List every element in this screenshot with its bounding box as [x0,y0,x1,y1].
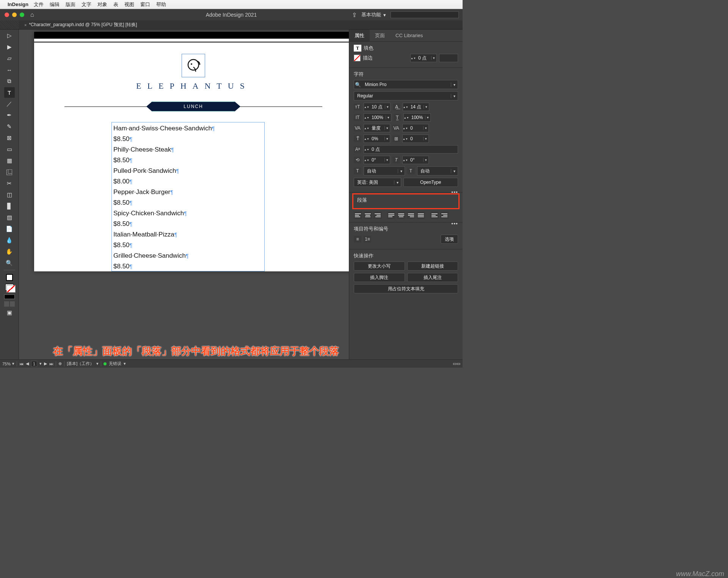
kerning-stepper[interactable]: ▲▼量度▾ [364,124,390,132]
grid2-tool-icon[interactable]: ⿺ [4,167,15,177]
baseline-shift-stepper[interactable]: ▲▼0 点 [364,145,458,154]
layer-indicator[interactable]: [基本]（工作） [67,361,94,367]
scissors-tool-icon[interactable]: ✂ [4,178,15,189]
change-case-button[interactable]: 更改大小写 [354,262,405,271]
panel-grip[interactable] [0,20,19,29]
content-collector-icon[interactable]: ⧉ [4,76,15,86]
font-size-stepper[interactable]: ▲▼10 点▾ [364,103,391,111]
tab-cc-libraries[interactable]: CC Libraries [390,30,428,41]
menu-edit[interactable]: 编辑 [50,1,60,8]
rectangle-tool-icon[interactable]: ▭ [4,144,15,155]
insert-footnote-button[interactable]: 插入脚注 [354,273,405,282]
rectangle-frame-tool-icon[interactable]: ⊠ [4,133,15,143]
align-right-icon[interactable] [373,211,382,219]
stroke-weight-stepper[interactable]: ▲▼0 点▾ [410,54,437,62]
zoom-tool-icon[interactable]: 🔍 [4,258,15,268]
app-name[interactable]: InDesign [8,2,28,7]
opentype-button[interactable]: OpenType [403,178,458,187]
paragraph-more-icon[interactable]: ••• [451,221,458,227]
text-frame[interactable]: Ham·and·Swiss·Cheese·Sandwich¶ $8.50¶ Ph… [111,122,265,271]
eyedropper-tool-icon[interactable]: 💧 [4,235,15,246]
last-page-icon[interactable]: ⏭ [49,362,53,366]
language-dropdown[interactable]: 英语: 美国▾ [354,178,401,187]
note-tool-icon[interactable]: 📄 [4,224,15,234]
menu-file[interactable]: 文件 [34,1,44,8]
align-towards-spine-icon[interactable] [430,211,439,219]
free-transform-tool-icon[interactable]: ◫ [4,190,15,200]
tab-pages[interactable]: 页面 [370,30,390,41]
close-tab-icon[interactable]: × [24,23,27,27]
list-options-button[interactable]: 选项 [441,235,458,244]
menu-help[interactable]: 帮助 [156,1,166,8]
justify-right-icon[interactable] [407,211,415,219]
justify-all-icon[interactable] [417,211,425,219]
align-away-spine-icon[interactable] [440,211,449,219]
font-family-dropdown[interactable]: 🔍Minion Pro▾ [354,80,458,89]
numbered-list-icon[interactable]: 1≡ [364,236,371,243]
window-minimize-button[interactable] [12,13,17,17]
page-tool-icon[interactable]: ▱ [4,53,15,64]
text-fill-swatch[interactable] [5,284,14,291]
gap-tool-icon[interactable]: ↔ [4,64,15,75]
stroke-style-dropdown[interactable] [439,54,458,62]
justify-center-icon[interactable] [397,211,405,219]
window-zoom-button[interactable] [20,13,24,17]
preflight-label[interactable]: 无错误 [109,361,121,367]
menu-type[interactable]: 文字 [82,1,91,8]
skew-stepper[interactable]: ▲▼0°▾ [402,156,429,164]
align-center-icon[interactable] [364,211,372,219]
page-number-field[interactable]: 1 [31,361,37,367]
rotate-stepper[interactable]: ▲▼0°▾ [364,156,390,164]
hscale-stepper[interactable]: ▲▼100%▾ [403,113,431,122]
grid-tool-icon[interactable]: ▦ [4,155,15,166]
font-style-dropdown[interactable]: Regular▾ [354,91,458,100]
fill-placeholder-button[interactable]: 用占位符文本填充 [354,284,458,293]
tab-properties[interactable]: 属性 [349,30,370,41]
baseline-stepper[interactable]: ▲▼0%▾ [364,135,390,143]
fill-stroke-swatch[interactable] [6,274,13,281]
line-tool-icon[interactable]: ／ [4,99,15,109]
document-tab[interactable]: × *Character_paragraph.indd @ 75% [GPU 预… [19,20,142,29]
apply-color-bar[interactable] [4,294,15,299]
home-icon[interactable]: ⌂ [30,11,34,18]
menu-table[interactable]: 表 [113,1,118,8]
preflight-status-icon[interactable] [104,362,107,365]
screen-mode-status-icon[interactable]: ▭▭ [453,361,460,366]
menu-layout[interactable]: 版面 [66,1,75,8]
pen-tool-icon[interactable]: ✒ [4,110,15,121]
workspace-dropdown[interactable]: 基本功能▾ [361,11,386,18]
page-dropdown-icon[interactable]: ▾ [39,361,42,366]
insert-endnote-button[interactable]: 插入尾注 [407,273,458,282]
screen-mode-icons[interactable] [4,301,15,307]
selection-tool-icon[interactable]: ▷ [4,30,15,41]
more-options-icon[interactable]: ••• [451,189,458,195]
leading-stepper[interactable]: ▲▼14 点▾ [403,103,430,111]
prev-page-icon[interactable]: ◀ [26,361,29,366]
vscale-stepper[interactable]: ▲▼100%▾ [364,113,391,122]
auto1-dropdown[interactable]: 自动▾ [364,166,405,175]
justify-left-icon[interactable] [387,211,395,219]
stroke-swatch-icon[interactable] [354,55,361,61]
document-canvas[interactable]: ELEPHANTUS LUNCH Ham·and·Swiss·Cheese·Sa… [19,30,349,359]
auto2-dropdown[interactable]: 自动▾ [417,166,458,175]
hand-tool-icon[interactable]: ✋ [4,246,15,257]
new-hyperlink-button[interactable]: 新建超链接 [407,262,458,271]
zoom-dropdown[interactable]: 75% ▾ [2,361,14,366]
pencil-tool-icon[interactable]: ✎ [4,121,15,132]
baseline-shift-alt-stepper[interactable]: ▲▼0▾ [402,135,429,143]
menu-object[interactable]: 对象 [97,1,107,8]
direct-selection-tool-icon[interactable]: ▶ [4,42,15,52]
screen-mode-button[interactable]: ▣ [4,307,15,318]
gradient-feather-tool-icon[interactable]: ▨ [4,212,15,223]
next-page-icon[interactable]: ▶ [44,361,47,366]
menu-view[interactable]: 视图 [124,1,134,8]
share-icon[interactable]: ⇪ [352,11,357,19]
menu-window[interactable]: 窗口 [140,1,150,8]
window-close-button[interactable] [5,13,9,17]
first-page-icon[interactable]: ⏮ [19,362,24,366]
search-input[interactable] [391,11,459,18]
gradient-swatch-tool-icon[interactable]: ▊ [4,201,15,211]
tracking-stepper[interactable]: ▲▼0▾ [402,124,429,132]
align-left-icon[interactable] [354,211,362,219]
type-tool-icon[interactable]: T [4,87,15,98]
